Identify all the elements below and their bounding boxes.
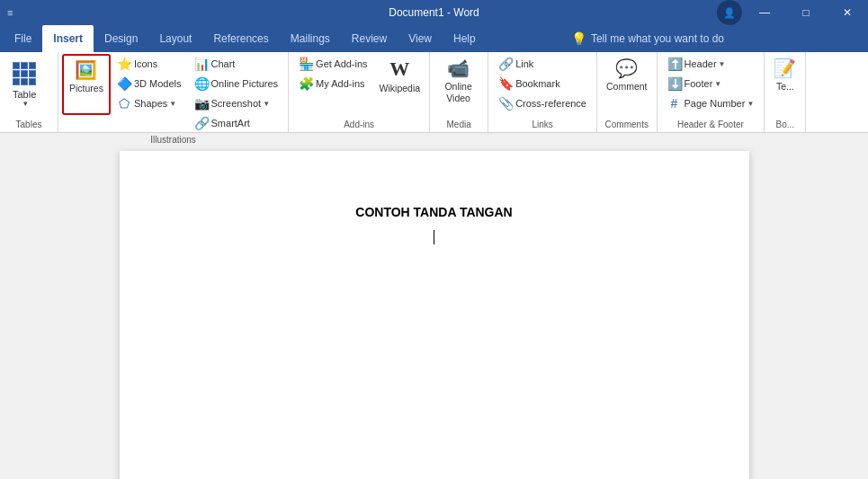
text-group-content: 📝 Te... (768, 52, 801, 118)
footer-icon: ⬇️ (667, 76, 682, 91)
text-group: 📝 Te... Bo... (765, 52, 806, 132)
tell-me-bar[interactable]: 💡 Tell me what you want to do (571, 25, 724, 52)
my-addins-icon: 🧩 (299, 76, 313, 91)
comments-group-content: 💬 Comment (601, 52, 653, 118)
header-button[interactable]: ⬆️ Header ▼ (663, 54, 759, 74)
table-button[interactable]: Table ▼ (4, 54, 45, 115)
shapes-dropdown-arrow: ▼ (169, 100, 176, 108)
header-footer-group: ⬆️ Header ▼ ⬇️ Footer ▼ # Page Number ▼ … (658, 52, 765, 132)
screenshot-button[interactable]: 📷 Screenshot ▼ (190, 93, 283, 113)
bookmark-label: Bookmark (515, 78, 560, 89)
link-icon: 🔗 (498, 57, 513, 71)
link-button[interactable]: 🔗 Link (494, 54, 591, 74)
chart-button[interactable]: 📊 Chart (190, 54, 283, 74)
tab-mailings[interactable]: Mailings (280, 25, 341, 52)
smartart-button[interactable]: 🔗 SmartArt (190, 113, 283, 133)
minimize-button[interactable]: — (744, 0, 785, 25)
get-addins-label: Get Add-ins (316, 58, 367, 69)
addins-group-content: 🏪 Get Add-ins 🧩 My Add-ins W Wikipedia (292, 52, 425, 118)
addins-col: 🏪 Get Add-ins 🧩 My Add-ins (292, 54, 373, 93)
close-button[interactable]: ✕ (827, 0, 868, 25)
screenshot-label: Screenshot (211, 98, 262, 109)
my-addins-button[interactable]: 🧩 My Add-ins (294, 74, 371, 93)
pictures-button[interactable]: 🖼️ Pictures (62, 54, 111, 115)
page-number-button[interactable]: # Page Number ▼ (663, 93, 759, 113)
page[interactable]: CONTOH TANDA TANGAN (120, 151, 749, 479)
media-group-content: 📹 OnlineVideo (434, 52, 484, 118)
page-number-dropdown-arrow: ▼ (747, 100, 754, 108)
header-footer-group-label: Header & Footer (661, 118, 761, 132)
page-number-icon: # (667, 96, 682, 111)
addins-group-label: Add-ins (292, 118, 425, 132)
comment-icon: 💬 (615, 58, 638, 79)
bookmark-button[interactable]: 🔖 Bookmark (494, 74, 591, 93)
online-pictures-label: Online Pictures (211, 78, 279, 89)
header-footer-group-content: ⬆️ Header ▼ ⬇️ Footer ▼ # Page Number ▼ (661, 52, 761, 118)
cross-reference-button[interactable]: 📎 Cross-reference (494, 93, 591, 113)
user-avatar[interactable]: 👤 (717, 0, 742, 25)
table-dropdown-arrow: ▼ (22, 100, 29, 108)
document-area: CONTOH TANDA TANGAN (0, 133, 868, 479)
3d-models-label: 3D Models (134, 78, 182, 89)
tab-review[interactable]: Review (341, 25, 398, 52)
footer-dropdown-arrow: ▼ (714, 80, 721, 88)
shapes-button[interactable]: ⬠ Shapes ▼ (112, 93, 186, 113)
icons-icon: ⭐ (117, 57, 131, 71)
header-label: Header (685, 58, 717, 69)
chart-icon: 📊 (194, 57, 209, 71)
header-footer-col: ⬆️ Header ▼ ⬇️ Footer ▼ # Page Number ▼ (661, 54, 761, 113)
links-group-label: Links (492, 118, 593, 132)
tab-design[interactable]: Design (94, 25, 148, 52)
tables-group: Table ▼ Tables (0, 52, 58, 132)
my-addins-label: My Add-ins (316, 78, 364, 89)
user-area: 👤 (717, 0, 742, 25)
comments-group-label: Comments (601, 118, 653, 132)
comments-group: 💬 Comment Comments (597, 52, 658, 132)
illustrations-col-1: ⭐ Icons 🔷 3D Models ⬠ Shapes ▼ (111, 54, 188, 113)
text-button[interactable]: 📝 Te... (768, 54, 801, 115)
footer-button[interactable]: ⬇️ Footer ▼ (663, 74, 759, 93)
illustrations-group-content: 🖼️ Pictures ⭐ Icons 🔷 3D Models ⬠ Shapes… (62, 52, 284, 133)
online-video-button[interactable]: 📹 OnlineVideo (434, 54, 483, 115)
3d-models-button[interactable]: 🔷 3D Models (112, 74, 186, 93)
pictures-icon: 🖼️ (75, 59, 97, 81)
illustrations-group: 🖼️ Pictures ⭐ Icons 🔷 3D Models ⬠ Shapes… (58, 52, 289, 132)
illustrations-col-2: 📊 Chart 🌐 Online Pictures 📷 Screenshot ▼… (188, 54, 285, 133)
icons-label: Icons (134, 58, 157, 69)
get-addins-button[interactable]: 🏪 Get Add-ins (294, 54, 371, 74)
online-video-label: OnlineVideo (444, 81, 471, 103)
get-addins-icon: 🏪 (299, 57, 313, 71)
title-bar: ≡ Document1 - Word 👤 — □ ✕ (0, 0, 868, 25)
online-pictures-button[interactable]: 🌐 Online Pictures (190, 74, 283, 93)
pictures-label: Pictures (69, 83, 103, 94)
wikipedia-button[interactable]: W Wikipedia (374, 54, 426, 115)
chart-label: Chart (211, 58, 236, 69)
text-group-label: Bo... (768, 118, 801, 132)
comment-button[interactable]: 💬 Comment (601, 54, 653, 115)
links-col: 🔗 Link 🔖 Bookmark 📎 Cross-reference (492, 54, 593, 113)
media-group: 📹 OnlineVideo Media (430, 52, 488, 132)
tables-group-content: Table ▼ (4, 52, 54, 118)
document-title: CONTOH TANDA TANGAN (192, 205, 677, 219)
lightbulb-icon: 💡 (571, 31, 586, 46)
shapes-label: Shapes (134, 98, 167, 109)
tab-insert[interactable]: Insert (42, 25, 94, 52)
tab-layout[interactable]: Layout (148, 25, 202, 52)
tab-help[interactable]: Help (443, 25, 487, 52)
text-icon: 📝 (774, 58, 796, 79)
ribbon: Table ▼ Tables 🖼️ Pictures ⭐ Icons 🔷 3D (0, 52, 868, 133)
maximize-button[interactable]: □ (785, 0, 827, 25)
window-controls[interactable]: — □ ✕ (744, 0, 868, 25)
online-video-icon: 📹 (447, 58, 470, 79)
tell-me-text: Tell me what you want to do (591, 32, 724, 45)
tab-references[interactable]: References (202, 25, 279, 52)
tab-file[interactable]: File (4, 25, 42, 52)
icons-button[interactable]: ⭐ Icons (112, 54, 186, 74)
quick-access[interactable]: ≡ (7, 7, 13, 18)
illustrations-group-label: Illustrations (62, 133, 284, 147)
links-group-content: 🔗 Link 🔖 Bookmark 📎 Cross-reference (492, 52, 593, 118)
smartart-label: SmartArt (211, 118, 250, 129)
tab-view[interactable]: View (398, 25, 443, 52)
screenshot-dropdown-arrow: ▼ (263, 100, 270, 108)
tables-group-label: Tables (4, 118, 54, 132)
